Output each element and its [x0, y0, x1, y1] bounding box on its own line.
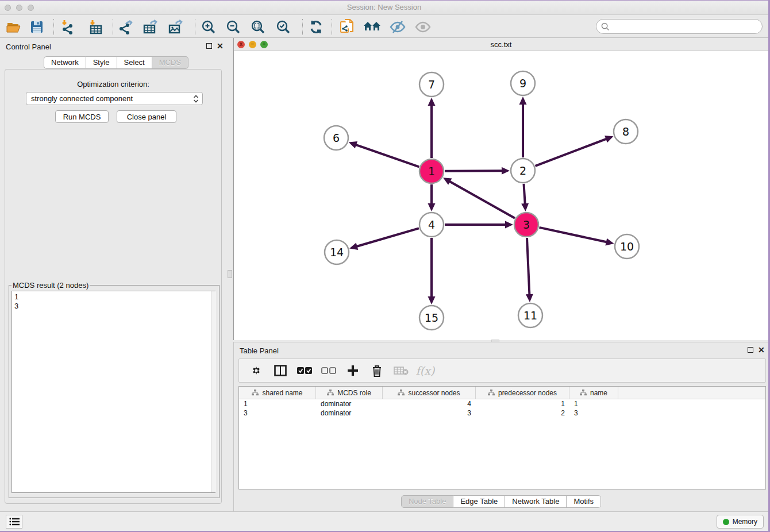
network-frame-title: scc.txt — [234, 40, 768, 49]
deselect-all-rows-button[interactable] — [321, 363, 337, 379]
graph-edge-1-2[interactable] — [445, 171, 503, 171]
fx-icon: f(x) — [416, 364, 435, 377]
network-graph[interactable]: 7968124314101511 — [234, 51, 768, 340]
zoom-out-button[interactable] — [224, 18, 242, 36]
hierarchy-icon — [252, 390, 259, 396]
result-scrollbar[interactable] — [211, 291, 216, 492]
function-builder-button[interactable]: f(x) — [417, 363, 433, 379]
edge-arrowhead — [428, 98, 436, 106]
split-handle[interactable] — [228, 270, 232, 278]
memory-label: Memory — [733, 518, 757, 526]
table-cell: 1 — [476, 399, 569, 408]
clone-network-button[interactable] — [338, 18, 356, 36]
eye-slash-icon — [390, 20, 406, 34]
checked-boxes-icon — [297, 367, 312, 375]
network-frame: x − + scc.txt 7968124314101511 — [233, 38, 768, 340]
hierarchy-icon — [488, 390, 495, 396]
table-settings-button[interactable] — [248, 363, 264, 379]
column-header-predecessor-nodes[interactable]: predecessor nodes — [476, 387, 569, 399]
graph-edge-4-14[interactable] — [356, 228, 419, 246]
hide-selected-button[interactable] — [388, 18, 407, 36]
delete-table-icon — [394, 366, 409, 375]
node-label: 7 — [428, 78, 435, 91]
memory-button[interactable]: Memory — [717, 515, 764, 529]
node-label: 14 — [330, 246, 344, 259]
criterion-dropdown[interactable]: strongly connected component — [26, 92, 203, 105]
save-session-button[interactable] — [28, 18, 46, 36]
tab-node-table[interactable]: Node Table — [401, 495, 454, 508]
edge-arrowhead — [505, 221, 513, 229]
homes-icon — [363, 21, 382, 33]
export-network-icon — [118, 20, 133, 34]
mcds-result-title: MCDS result (2 nodes) — [11, 281, 90, 290]
edge-arrowhead — [521, 203, 529, 211]
mcds-tab-pane: Optimization criterion: strongly connect… — [5, 69, 222, 504]
plus-icon — [347, 365, 359, 376]
show-selected-button[interactable] — [414, 18, 432, 36]
mcds-result-text[interactable]: 1 3 — [11, 291, 215, 493]
open-file-button[interactable] — [5, 18, 23, 36]
run-mcds-button[interactable]: Run MCDS — [55, 110, 109, 123]
zoom-fit-button[interactable] — [249, 18, 267, 36]
edge-arrowhead — [502, 167, 510, 175]
table-header-row: shared nameMCDS rolesuccessor nodesprede… — [239, 387, 765, 399]
column-header-shared-name[interactable]: shared name — [239, 387, 316, 399]
graph-edge-3-1[interactable] — [449, 181, 514, 218]
close-panel-button[interactable]: Close panel — [117, 110, 176, 123]
zoom-in-button[interactable] — [199, 18, 218, 36]
table-row[interactable]: 1dominator411 — [239, 399, 765, 408]
apply-layout-button[interactable] — [307, 18, 325, 36]
control-panel: Control Panel ✕ NetworkStyleSelectMCDS O… — [0, 38, 226, 512]
edge-arrowhead — [428, 296, 436, 304]
graph-edge-2-3[interactable] — [523, 184, 525, 205]
tab-edge-table[interactable]: Edge Table — [453, 495, 505, 508]
graph-edge-2-8[interactable] — [536, 138, 607, 165]
delete-column-button[interactable] — [369, 363, 385, 379]
search-input[interactable] — [596, 19, 763, 34]
graph-edge-3-10[interactable] — [539, 228, 607, 242]
tab-mcds[interactable]: MCDS — [152, 56, 188, 69]
graph-edge-3-11[interactable] — [527, 238, 529, 295]
import-network-button[interactable] — [58, 18, 76, 36]
tab-network-table[interactable]: Network Table — [505, 495, 567, 508]
add-column-button[interactable] — [345, 363, 361, 379]
tab-motifs[interactable]: Motifs — [567, 495, 601, 508]
table-row[interactable]: 3dominator323 — [239, 408, 765, 418]
network-canvas[interactable]: 7968124314101511 — [234, 51, 768, 340]
tab-style[interactable]: Style — [86, 56, 117, 69]
toolbar-separator — [332, 19, 332, 35]
export-network-button[interactable] — [117, 18, 135, 36]
column-header-successor-nodes[interactable]: successor nodes — [383, 387, 476, 399]
import-table-button[interactable] — [86, 18, 105, 36]
node-label: 8 — [622, 125, 629, 138]
tab-select[interactable]: Select — [117, 56, 152, 69]
zoom-selected-icon — [276, 20, 291, 34]
graph-edge-1-6[interactable] — [355, 145, 419, 167]
search-icon — [601, 22, 610, 31]
split-columns-button[interactable] — [272, 363, 288, 379]
columns-icon — [274, 365, 287, 376]
export-table-button[interactable] — [141, 18, 160, 36]
column-header-name[interactable]: name — [569, 387, 618, 399]
zoom-fit-icon — [251, 20, 265, 34]
trash-icon — [372, 365, 382, 377]
tab-network[interactable]: Network — [44, 56, 86, 69]
zoom-out-icon — [226, 20, 241, 34]
close-panel-icon[interactable]: ✕ — [217, 43, 224, 49]
float-panel-icon[interactable] — [748, 347, 753, 354]
select-all-rows-button[interactable] — [297, 363, 313, 379]
zoom-selected-button[interactable] — [274, 18, 292, 36]
node-label: 3 — [523, 218, 530, 231]
task-history-button[interactable] — [6, 515, 22, 529]
clone-network-icon — [340, 19, 355, 35]
delete-table-button[interactable] — [393, 363, 409, 379]
float-panel-icon[interactable] — [206, 43, 212, 50]
search-field[interactable] — [610, 22, 762, 31]
node-label: 6 — [333, 132, 340, 144]
export-table-icon — [143, 20, 159, 34]
show-all-networks-button[interactable] — [363, 18, 382, 36]
export-image-icon — [168, 20, 184, 34]
export-image-button[interactable] — [167, 18, 185, 36]
close-panel-icon[interactable]: ✕ — [758, 346, 765, 353]
column-header-MCDS-role[interactable]: MCDS role — [316, 387, 383, 399]
